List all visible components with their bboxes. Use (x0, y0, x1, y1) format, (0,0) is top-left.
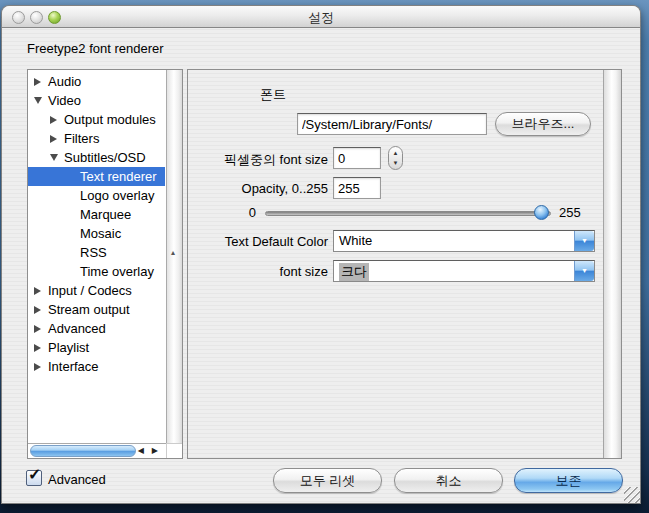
window-titlebar[interactable]: 설정 (2, 6, 640, 28)
sidebar-item-interface[interactable]: Interface (28, 357, 165, 376)
sidebar-item-audio[interactable]: Audio (28, 72, 165, 91)
sidebar-item-video[interactable]: Video (28, 91, 165, 110)
sidebar-item-label: RSS (80, 245, 107, 260)
pixel-font-size-input[interactable] (333, 147, 381, 169)
sidebar-item-label: Time overlay (80, 264, 154, 279)
sidebar-item-label: Interface (48, 359, 99, 374)
sidebar-item-label: Playlist (48, 340, 89, 355)
font-path-input[interactable] (297, 113, 487, 135)
sidebar-item-output-modules[interactable]: Output modules (28, 110, 165, 129)
stepper-up-icon[interactable]: ▲ (389, 150, 402, 156)
reset-all-button[interactable]: 모두 리셋 (273, 468, 382, 493)
save-button[interactable]: 보존 (514, 468, 623, 493)
text-default-color-select[interactable]: White ▼ (333, 230, 595, 252)
disclosure-expanded-icon[interactable] (34, 97, 46, 104)
dropdown-button[interactable]: ▼ (574, 231, 594, 251)
disclosure-collapsed-icon[interactable] (50, 135, 62, 143)
pixel-font-size-stepper[interactable]: ▲ ▼ (388, 146, 403, 170)
opacity-slider-track[interactable] (265, 211, 551, 216)
settings-panel: 폰트 브라우즈... 픽셀중의 font size ▲ ▼ Opacity, 0… (187, 69, 622, 459)
scroll-up-arrow-icon[interactable]: ▴ (171, 248, 175, 257)
disclosure-collapsed-icon[interactable] (50, 116, 62, 124)
advanced-checkbox[interactable]: ✓ (26, 470, 42, 486)
disclosure-collapsed-icon[interactable] (34, 287, 46, 295)
font-label: 폰트 (260, 86, 286, 104)
opacity-input[interactable] (333, 177, 381, 199)
scroll-left-arrow-icon[interactable]: ◀ (138, 446, 144, 455)
sidebar-item-label: Text renderer (80, 169, 157, 184)
disclosure-collapsed-icon[interactable] (34, 344, 46, 352)
sidebar-item-advanced[interactable]: Advanced (28, 319, 165, 338)
checkmark-icon: ✓ (28, 465, 41, 484)
advanced-checkbox-label: Advanced (48, 472, 106, 487)
sidebar-item-label: Stream output (48, 302, 130, 317)
page-title: Freetype2 font renderer (27, 41, 164, 56)
settings-window: 설정 Freetype2 font renderer AudioVideoOut… (1, 5, 641, 504)
disclosure-collapsed-icon[interactable] (34, 78, 46, 86)
resize-grip[interactable] (624, 487, 640, 503)
sidebar-item-label: Logo overlay (80, 188, 154, 203)
opacity-label: Opacity, 0..255 (188, 181, 328, 196)
category-tree-panel: AudioVideoOutput modulesFiltersSubtitles… (27, 69, 183, 459)
opacity-slider-max-label: 255 (559, 205, 581, 220)
sidebar-item-rss[interactable]: RSS (28, 243, 165, 262)
tree-horizontal-scrollbar[interactable]: ◀ ▶ (28, 443, 166, 458)
disclosure-collapsed-icon[interactable] (34, 363, 46, 371)
sidebar-item-subtitles-osd[interactable]: Subtitles/OSD (28, 148, 165, 167)
sidebar-item-input-codecs[interactable]: Input / Codecs (28, 281, 165, 300)
text-default-color-value: White (339, 233, 372, 248)
sidebar-item-label: Subtitles/OSD (64, 150, 146, 165)
sidebar-item-marquee[interactable]: Marquee (28, 205, 165, 224)
sidebar-item-label: Audio (48, 74, 81, 89)
font-size-label: font size (188, 264, 328, 279)
font-size-value: 크다 (339, 263, 369, 281)
sidebar-item-time-overlay[interactable]: Time overlay (28, 262, 165, 281)
sidebar-item-logo-overlay[interactable]: Logo overlay (28, 186, 165, 205)
sidebar-item-filters[interactable]: Filters (28, 129, 165, 148)
window-title: 설정 (2, 9, 640, 27)
disclosure-expanded-icon[interactable] (50, 154, 62, 161)
sidebar-item-label: Advanced (48, 321, 106, 336)
text-default-color-label: Text Default Color (188, 234, 328, 249)
panel-vertical-scrollbar[interactable] (603, 70, 621, 458)
dropdown-button[interactable]: ▼ (574, 261, 594, 281)
sidebar-item-label: Output modules (64, 112, 156, 127)
font-size-select[interactable]: 크다 ▼ (333, 260, 595, 282)
chevron-down-icon: ▼ (575, 237, 594, 244)
chevron-down-icon: ▼ (575, 267, 594, 274)
cancel-button[interactable]: 취소 (394, 468, 503, 493)
pixel-font-size-label: 픽셀중의 font size (188, 151, 328, 169)
sidebar-item-label: Filters (64, 131, 99, 146)
disclosure-collapsed-icon[interactable] (34, 306, 46, 314)
sidebar-item-label: Mosaic (80, 226, 121, 241)
sidebar-item-label: Input / Codecs (48, 283, 132, 298)
opacity-slider-knob[interactable] (534, 205, 549, 220)
sidebar-item-mosaic[interactable]: Mosaic (28, 224, 165, 243)
tree-vertical-scrollbar[interactable]: ▴ (166, 70, 182, 443)
sidebar-item-playlist[interactable]: Playlist (28, 338, 165, 357)
desktop-background: 설정 Freetype2 font renderer AudioVideoOut… (0, 0, 649, 513)
scroll-right-arrow-icon[interactable]: ▶ (152, 446, 158, 455)
sidebar-item-label: Video (48, 93, 81, 108)
opacity-slider-min-label: 0 (228, 205, 256, 220)
scrollbar-corner (166, 443, 182, 458)
sidebar-item-text-renderer[interactable]: Text renderer (28, 167, 165, 186)
browse-button[interactable]: 브라우즈... (495, 112, 591, 136)
sidebar-item-label: Marquee (80, 207, 131, 222)
horizontal-scrollbar-thumb[interactable] (30, 445, 136, 457)
stepper-down-icon[interactable]: ▼ (389, 160, 402, 166)
disclosure-collapsed-icon[interactable] (34, 325, 46, 333)
sidebar-item-stream-output[interactable]: Stream output (28, 300, 165, 319)
category-tree: AudioVideoOutput modulesFiltersSubtitles… (28, 72, 165, 442)
